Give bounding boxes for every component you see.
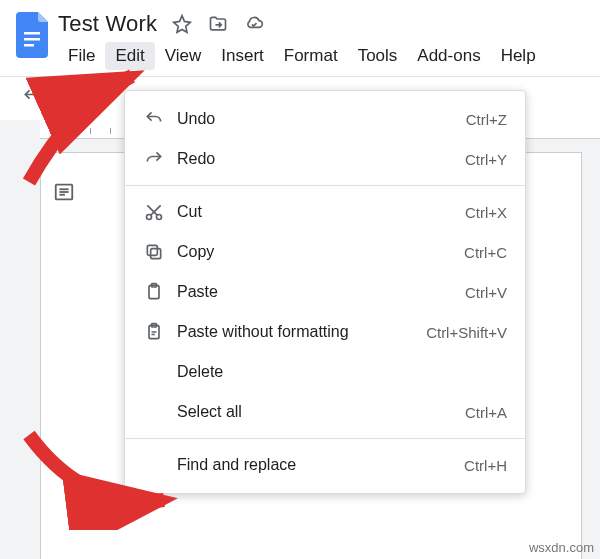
menu-item-paste[interactable]: Paste Ctrl+V	[125, 272, 525, 312]
menu-item-label: Find and replace	[169, 456, 464, 474]
menu-item-shortcut: Ctrl+X	[465, 204, 507, 221]
menu-view[interactable]: View	[155, 42, 212, 70]
docs-logo-icon[interactable]	[14, 10, 52, 60]
document-title[interactable]: Test Work	[58, 11, 157, 37]
copy-icon	[139, 242, 169, 262]
menu-separator	[125, 438, 525, 439]
svg-rect-10	[147, 245, 157, 255]
menu-item-shortcut: Ctrl+C	[464, 244, 507, 261]
svg-rect-0	[24, 32, 40, 35]
svg-rect-1	[24, 38, 40, 41]
paste-plain-icon	[139, 322, 169, 342]
menu-item-paste-plain[interactable]: Paste without formatting Ctrl+Shift+V	[125, 312, 525, 352]
menu-item-redo[interactable]: Redo Ctrl+Y	[125, 139, 525, 179]
menu-item-cut[interactable]: Cut Ctrl+X	[125, 192, 525, 232]
menu-item-label: Paste without formatting	[169, 323, 426, 341]
menu-format[interactable]: Format	[274, 42, 348, 70]
svg-rect-9	[151, 249, 161, 259]
menu-item-shortcut: Ctrl+V	[465, 284, 507, 301]
svg-point-8	[157, 215, 162, 220]
menu-item-label: Select all	[169, 403, 465, 421]
menu-item-label: Delete	[169, 363, 507, 381]
menu-item-label: Undo	[169, 110, 466, 128]
menu-item-find-replace[interactable]: Find and replace Ctrl+H	[125, 445, 525, 485]
menu-item-shortcut: Ctrl+H	[464, 457, 507, 474]
move-to-folder-icon[interactable]	[207, 13, 229, 35]
menu-addons[interactable]: Add-ons	[407, 42, 490, 70]
menu-item-select-all[interactable]: Select all Ctrl+A	[125, 392, 525, 432]
watermark-text: wsxdn.com	[529, 540, 594, 555]
menu-item-shortcut: Ctrl+A	[465, 404, 507, 421]
menu-item-delete[interactable]: Delete	[125, 352, 525, 392]
header-bar: Test Work File Edit V	[0, 0, 600, 70]
title-row: Test Work	[58, 8, 546, 40]
menu-item-shortcut: Ctrl+Y	[465, 151, 507, 168]
menu-insert[interactable]: Insert	[211, 42, 274, 70]
annotation-arrow-find	[14, 420, 184, 530]
menu-item-copy[interactable]: Copy Ctrl+C	[125, 232, 525, 272]
cut-icon	[139, 202, 169, 222]
menu-help[interactable]: Help	[491, 42, 546, 70]
menu-item-undo[interactable]: Undo Ctrl+Z	[125, 99, 525, 139]
menu-tools[interactable]: Tools	[348, 42, 408, 70]
menu-item-shortcut: Ctrl+Shift+V	[426, 324, 507, 341]
menu-item-label: Copy	[169, 243, 464, 261]
star-icon[interactable]	[171, 13, 193, 35]
menu-separator	[125, 185, 525, 186]
annotation-arrow-edit	[14, 62, 159, 192]
menu-item-label: Paste	[169, 283, 465, 301]
paste-icon	[139, 282, 169, 302]
menu-item-shortcut: Ctrl+Z	[466, 111, 507, 128]
svg-rect-2	[24, 44, 34, 47]
menu-item-label: Cut	[169, 203, 465, 221]
menu-item-label: Redo	[169, 150, 465, 168]
svg-point-7	[147, 215, 152, 220]
edit-dropdown-menu: Undo Ctrl+Z Redo Ctrl+Y Cut Ctrl+X Copy …	[124, 90, 526, 494]
cloud-saved-icon[interactable]	[243, 13, 265, 35]
